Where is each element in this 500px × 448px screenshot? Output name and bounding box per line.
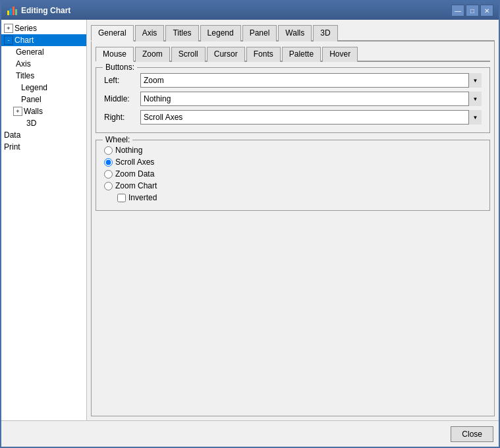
wheel-zoomdata-radio[interactable] [104,170,113,179]
svg-rect-0 [7,11,9,15]
sidebar: + Series - Chart General Axis Titles Le [1,20,87,420]
main-tab-content: Mouse Zoom Scroll Cursor Fonts Palette H… [91,42,495,416]
right-select[interactable]: Scroll Axes Nothing Zoom Zoom Data Zoom … [140,110,482,125]
middle-select-wrapper: Nothing Zoom Scroll Axes Zoom Data Zoom … [140,92,482,106]
middle-label: Middle: [104,94,140,103]
wheel-scroll-label[interactable]: Scroll Axes [115,157,154,167]
content-area: + Series - Chart General Axis Titles Le [1,20,499,420]
svg-rect-3 [15,9,17,15]
wheel-zoomdata-label[interactable]: Zoom Data [115,169,154,179]
wheel-group: Wheel: Nothing Scroll Axes Zoom Data [96,140,490,211]
left-select[interactable]: Zoom Nothing Scroll Axes Zoom Data Zoom … [140,73,482,88]
left-label: Left: [104,76,140,85]
tab-3d[interactable]: 3D [313,25,337,42]
chart-icon [7,5,17,16]
tab-axis[interactable]: Axis [135,25,165,42]
inverted-row: Inverted [117,193,482,202]
minimize-button[interactable]: — [451,5,464,16]
tab-legend[interactable]: Legend [200,25,241,42]
sub-tab-cursor[interactable]: Cursor [207,47,245,62]
wheel-scroll-row: Scroll Axes [104,157,482,167]
sidebar-item-general-label: General [16,47,44,57]
wheel-zoomchart-label[interactable]: Zoom Chart [115,181,157,190]
right-select-wrapper: Scroll Axes Nothing Zoom Zoom Data Zoom … [140,110,482,125]
sub-tab-zoom[interactable]: Zoom [135,47,170,62]
middle-select[interactable]: Nothing Zoom Scroll Axes Zoom Data Zoom … [140,92,482,106]
sidebar-item-walls[interactable]: + Walls [1,105,86,117]
wheel-nothing-row: Nothing [104,146,482,155]
sidebar-item-series-label: Series [14,24,37,33]
sub-tab-fonts[interactable]: Fonts [246,47,281,62]
middle-button-row: Middle: Nothing Zoom Scroll Axes Zoom Da… [104,92,482,106]
sidebar-item-print-label: Print [4,142,20,152]
inverted-checkbox[interactable] [117,194,126,202]
main-tabs-row: General Axis Titles Legend Panel Walls 3… [91,24,495,42]
sidebar-item-chart-label: Chart [14,36,34,45]
sidebar-item-legend[interactable]: Legend [1,82,86,94]
svg-rect-1 [10,9,12,15]
bottom-bar: Close [1,420,499,447]
sidebar-item-legend-label: Legend [21,83,47,92]
sidebar-item-panel-label: Panel [21,95,42,104]
right-label: Right: [104,113,140,122]
wheel-zoomchart-row: Zoom Chart [104,181,482,190]
sidebar-item-3d[interactable]: 3D [1,117,86,129]
sub-tab-mouse[interactable]: Mouse [96,47,134,62]
sub-tab-hover[interactable]: Hover [322,47,358,62]
sidebar-item-3d-label: 3D [26,119,36,128]
main-window: Editing Chart — □ ✕ + Series - Chart Gen… [0,0,500,448]
sidebar-item-series[interactable]: + Series [1,22,86,34]
wheel-scroll-radio[interactable] [104,158,113,167]
left-select-wrapper: Zoom Nothing Scroll Axes Zoom Data Zoom … [140,73,482,88]
right-button-row: Right: Scroll Axes Nothing Zoom Zoom Dat… [104,110,482,125]
tab-general[interactable]: General [91,25,134,42]
close-window-button[interactable]: ✕ [480,5,493,16]
sidebar-item-axis-label: Axis [16,59,31,69]
sidebar-item-data-label: Data [4,130,20,140]
sidebar-item-general[interactable]: General [1,46,86,58]
title-bar: Editing Chart — □ ✕ [1,1,499,20]
maximize-button[interactable]: □ [466,5,479,16]
series-expander[interactable]: + [4,24,13,33]
tab-titles[interactable]: Titles [165,25,198,42]
wheel-nothing-label[interactable]: Nothing [115,146,142,155]
inverted-label[interactable]: Inverted [128,193,157,202]
walls-expander[interactable]: + [13,107,22,116]
close-button[interactable]: Close [451,426,493,442]
sidebar-item-axis[interactable]: Axis [1,58,86,70]
wheel-zoomchart-radio[interactable] [104,182,113,190]
wheel-zoomdata-row: Zoom Data [104,169,482,179]
buttons-group: Buttons: Left: Zoom Nothing Scroll Axes … [96,67,490,133]
sidebar-item-data[interactable]: Data [1,129,86,141]
wheel-nothing-radio[interactable] [104,146,113,155]
svg-rect-2 [13,7,14,15]
sub-tab-scroll[interactable]: Scroll [171,47,206,62]
sub-tab-palette[interactable]: Palette [282,47,321,62]
left-button-row: Left: Zoom Nothing Scroll Axes Zoom Data… [104,73,482,88]
sidebar-item-titles-label: Titles [16,71,34,80]
sidebar-item-titles[interactable]: Titles [1,70,86,82]
buttons-group-title: Buttons: [103,63,137,72]
window-title: Editing Chart [21,6,70,15]
chart-expander[interactable]: - [4,36,13,45]
tab-walls[interactable]: Walls [278,25,312,42]
sub-tabs-row: Mouse Zoom Scroll Cursor Fonts Palette H… [96,45,490,62]
wheel-group-title: Wheel: [103,135,132,144]
title-buttons: — □ ✕ [451,5,493,16]
title-bar-left: Editing Chart [7,5,70,16]
sidebar-item-chart[interactable]: - Chart [1,34,86,46]
sidebar-item-print[interactable]: Print [1,141,86,153]
tab-panel[interactable]: Panel [242,25,277,42]
main-panel: General Axis Titles Legend Panel Walls 3… [87,20,499,420]
sidebar-item-panel[interactable]: Panel [1,94,86,105]
sidebar-item-walls-label: Walls [24,107,43,116]
